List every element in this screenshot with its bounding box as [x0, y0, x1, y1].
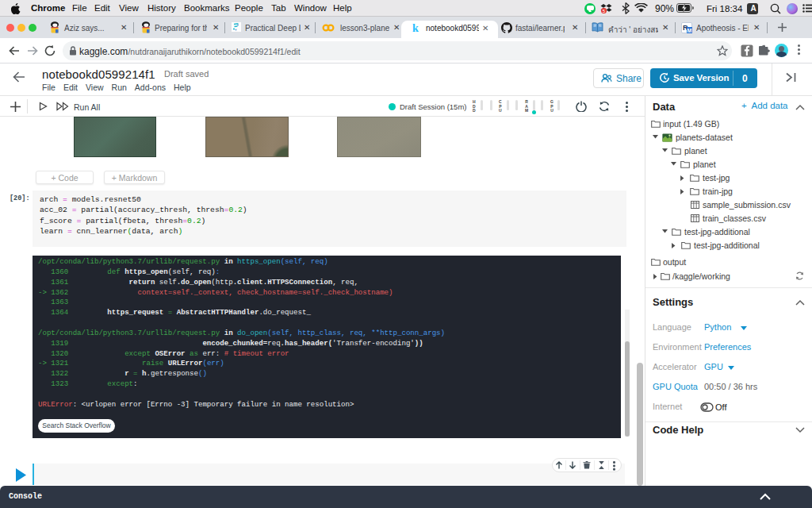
svg-text:M: M — [688, 28, 692, 33]
